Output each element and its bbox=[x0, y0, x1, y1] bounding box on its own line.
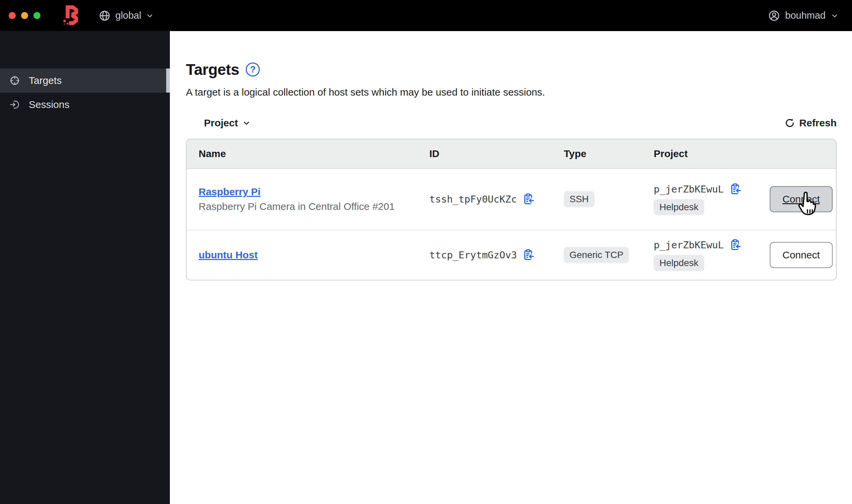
id-cell: ttcp_ErytmGzOv3 bbox=[429, 249, 564, 261]
window-zoom-button[interactable] bbox=[33, 12, 40, 19]
id-cell: tssh_tpFy0UcKZc bbox=[429, 193, 564, 205]
column-header-project: Project bbox=[654, 148, 770, 159]
project-id: p_jerZbKEwuL bbox=[654, 239, 724, 251]
window-titlebar: global bouhmad bbox=[0, 0, 852, 31]
type-cell: SSH bbox=[564, 191, 654, 207]
window-close-button[interactable] bbox=[9, 12, 16, 19]
type-badge: SSH bbox=[564, 191, 594, 207]
copy-to-clipboard-icon[interactable] bbox=[522, 193, 534, 205]
user-icon bbox=[768, 10, 780, 22]
table-row: ubuntu Host ttcp_ErytmGzOv3 Generic TCP … bbox=[187, 230, 836, 280]
project-filter-label: Project bbox=[204, 117, 238, 129]
action-cell: Connect bbox=[770, 242, 836, 268]
help-icon[interactable]: ? bbox=[246, 62, 260, 76]
table-body: Raspberry Pi Raspberry Pi Camera in Cent… bbox=[187, 169, 836, 280]
project-name-badge: Helpdesk bbox=[654, 199, 704, 215]
session-icon bbox=[10, 99, 20, 110]
sidebar-item-sessions[interactable]: Sessions bbox=[0, 93, 170, 116]
target-icon bbox=[10, 75, 20, 86]
chevron-down-icon bbox=[146, 12, 154, 20]
sidebar: Targets Sessions bbox=[0, 31, 170, 504]
name-cell: Raspberry Pi Raspberry Pi Camera in Cent… bbox=[187, 186, 429, 212]
globe-icon bbox=[99, 10, 111, 22]
target-id: tssh_tpFy0UcKZc bbox=[429, 194, 517, 205]
page-description: A target is a logical collection of host… bbox=[186, 87, 852, 98]
column-header-id: ID bbox=[429, 148, 564, 159]
targets-table: Name ID Type Project Raspberry Pi Raspbe… bbox=[186, 139, 837, 281]
column-header-name: Name bbox=[187, 148, 429, 159]
scope-dropdown[interactable]: global bbox=[99, 10, 154, 22]
window-minimize-button[interactable] bbox=[21, 12, 28, 19]
target-name-link[interactable]: ubuntu Host bbox=[199, 249, 258, 261]
name-cell: ubuntu Host bbox=[187, 249, 429, 261]
page-title: Targets bbox=[186, 60, 239, 78]
refresh-icon bbox=[784, 118, 795, 128]
project-cell: p_jerZbKEwuL Helpdesk bbox=[654, 183, 770, 215]
traffic-lights bbox=[9, 12, 40, 19]
pointer-hand-cursor bbox=[795, 192, 817, 218]
main-content: Targets ? A target is a logical collecti… bbox=[170, 31, 852, 504]
project-filter-dropdown[interactable]: Project bbox=[204, 117, 251, 129]
table-header: Name ID Type Project bbox=[187, 139, 836, 169]
connect-button[interactable]: Connect bbox=[770, 242, 833, 268]
sidebar-item-label: Sessions bbox=[29, 99, 70, 110]
chevron-down-icon bbox=[831, 12, 839, 20]
boundary-logo-icon bbox=[63, 5, 81, 26]
connect-button[interactable]: Connect bbox=[770, 186, 833, 212]
refresh-label: Refresh bbox=[799, 117, 837, 129]
copy-to-clipboard-icon[interactable] bbox=[729, 183, 741, 195]
type-badge: Generic TCP bbox=[564, 247, 629, 263]
table-row: Raspberry Pi Raspberry Pi Camera in Cent… bbox=[187, 169, 836, 230]
target-id: ttcp_ErytmGzOv3 bbox=[429, 249, 517, 261]
refresh-button[interactable]: Refresh bbox=[784, 117, 837, 129]
project-name-badge: Helpdesk bbox=[654, 255, 704, 271]
project-id: p_jerZbKEwuL bbox=[654, 183, 724, 195]
scope-label: global bbox=[116, 10, 141, 21]
user-label: bouhmad bbox=[785, 10, 826, 21]
action-cell: Connect bbox=[770, 186, 836, 212]
sidebar-item-targets[interactable]: Targets bbox=[0, 69, 170, 93]
project-cell: p_jerZbKEwuL Helpdesk bbox=[654, 239, 770, 271]
copy-to-clipboard-icon[interactable] bbox=[522, 249, 534, 261]
target-name-link[interactable]: Raspberry Pi bbox=[199, 186, 261, 198]
type-cell: Generic TCP bbox=[564, 247, 654, 263]
sidebar-item-label: Targets bbox=[29, 75, 61, 86]
column-header-type: Type bbox=[564, 148, 654, 159]
chevron-down-icon bbox=[242, 119, 251, 127]
target-description: Raspberry Pi Camera in Central Office #2… bbox=[199, 201, 429, 212]
copy-to-clipboard-icon[interactable] bbox=[729, 239, 741, 251]
user-menu[interactable]: bouhmad bbox=[768, 10, 839, 22]
